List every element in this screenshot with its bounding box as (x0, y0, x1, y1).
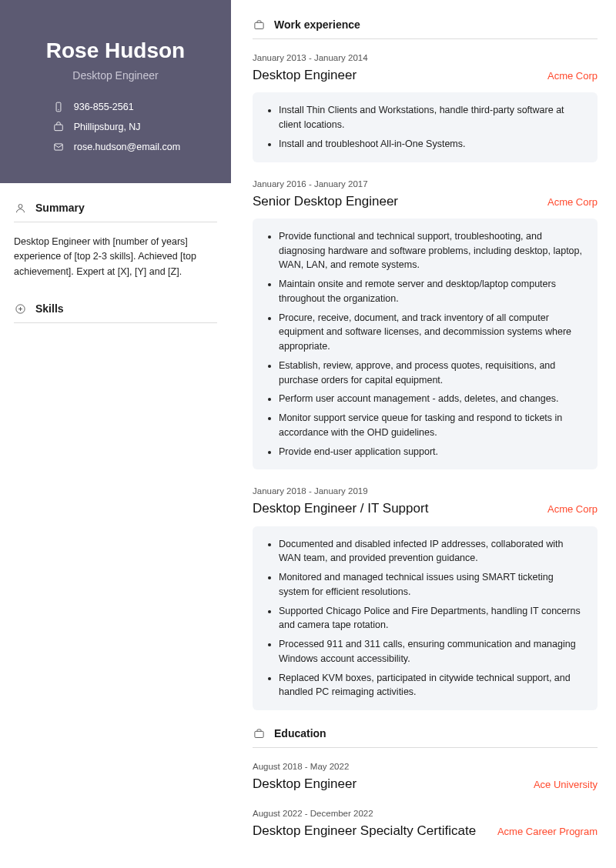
bullet-item: Install Thin Clients and Workstations, h… (279, 103, 585, 132)
resume-page: Rose Hudson Desktop Engineer 936-855-256… (0, 0, 616, 868)
contact-location-text: Phillipsburg, NJ (74, 122, 141, 132)
svg-rect-8 (254, 22, 263, 28)
svg-rect-9 (254, 731, 263, 737)
contact-phone: 936-855-2561 (51, 102, 180, 112)
contact-phone-text: 936-855-2561 (74, 102, 134, 112)
sidebar-header: Rose Hudson Desktop Engineer 936-855-256… (0, 0, 231, 183)
svg-rect-0 (56, 102, 61, 112)
entry-title: Senior Desktop Engineer (253, 193, 398, 209)
contact-location: Phillipsburg, NJ (51, 122, 180, 132)
briefcase-icon (253, 18, 265, 31)
entry-org: Acme Corp (547, 196, 598, 208)
entry-org: Ace University (534, 779, 598, 790)
bullet-list: Provide functional and technical support… (253, 219, 598, 470)
phone-icon (51, 102, 66, 112)
contact-email-text: rose.hudson@email.com (74, 142, 180, 152)
entry-header: Desktop Engineer / IT SupportAcme Corp (253, 500, 598, 516)
plus-icon (14, 302, 26, 315)
bullet-item: Processed 911 and 311 calls, ensuring co… (279, 637, 585, 666)
contact-email: rose.hudson@email.com (51, 142, 180, 152)
bullet-item: Perform user account management - adds, … (279, 392, 585, 406)
work-heading-text: Work experience (274, 18, 360, 31)
education-entries: August 2018 - May 2022Desktop EngineerAc… (253, 762, 598, 840)
bullet-item: Procure, receive, document, and track in… (279, 311, 585, 354)
person-name: Rose Hudson (15, 38, 216, 63)
bullet-item: Install and troubleshoot All-in-One Syst… (279, 137, 585, 152)
svg-point-4 (18, 204, 22, 208)
education-heading: Education (253, 727, 598, 748)
work-heading: Work experience (253, 18, 598, 39)
summary-heading: Summary (14, 202, 217, 222)
date-range: August 2018 - May 2022 (253, 762, 598, 771)
bullet-list: Install Thin Clients and Workstations, h… (253, 92, 598, 162)
entry-org: Acme Corp (547, 503, 598, 515)
location-icon (51, 122, 66, 132)
person-title: Desktop Engineer (15, 69, 216, 82)
bullet-item: Supported Chicago Police and Fire Depart… (279, 604, 585, 633)
entry: January 2018 - January 2019Desktop Engin… (253, 486, 598, 710)
date-range: August 2022 - December 2022 (253, 809, 598, 818)
bullet-item: Maintain onsite and remote server and de… (279, 277, 585, 306)
bullet-item: Monitor support service queue for taskin… (279, 411, 585, 440)
bullet-list: Documented and disabled infected IP addr… (253, 526, 598, 711)
email-icon (51, 142, 66, 152)
summary-text: Desktop Engineer with [number of years] … (14, 235, 217, 279)
bullet-item: Establish, review, approve, and process … (279, 359, 585, 388)
date-range: January 2016 - January 2017 (253, 179, 598, 189)
bullet-item: Replaced KVM boxes, participated in city… (279, 671, 585, 700)
entry-header: Senior Desktop EngineerAcme Corp (253, 193, 598, 209)
sidebar: Rose Hudson Desktop Engineer 936-855-256… (0, 0, 231, 868)
entry-header: Desktop EngineerAce University (253, 776, 598, 792)
work-entries: January 2013 - January 2014Desktop Engin… (253, 53, 598, 710)
entry-title: Desktop Engineer / IT Support (253, 500, 428, 516)
entry-header: Desktop EngineerAcme Corp (253, 67, 598, 83)
person-icon (14, 202, 26, 214)
entry: January 2013 - January 2014Desktop Engin… (253, 53, 598, 162)
svg-rect-3 (55, 144, 63, 150)
entry-title: Desktop Engineer Specialty Certificate (253, 823, 476, 839)
summary-heading-text: Summary (35, 202, 85, 214)
bullet-item: Provide functional and technical support… (279, 229, 585, 272)
contact-list: 936-855-2561 Phillipsburg, NJ rose.hudso… (51, 102, 180, 152)
bullet-item: Documented and disabled infected IP addr… (279, 537, 585, 566)
briefcase-icon (253, 727, 265, 739)
entry: August 2022 - December 2022Desktop Engin… (253, 809, 598, 839)
entry-title: Desktop Engineer (253, 776, 357, 792)
svg-rect-2 (55, 125, 63, 131)
main-column: Work experience January 2013 - January 2… (231, 0, 616, 868)
skills-heading-text: Skills (35, 302, 64, 315)
bullet-item: Monitored and managed technical issues u… (279, 570, 585, 599)
entry-header: Desktop Engineer Specialty CertificateAc… (253, 823, 598, 839)
entry-title: Desktop Engineer (253, 67, 357, 83)
entry-org: Acme Career Program (497, 826, 598, 837)
entry: August 2018 - May 2022Desktop EngineerAc… (253, 762, 598, 792)
skills-heading: Skills (14, 302, 217, 323)
entry: January 2016 - January 2017Senior Deskto… (253, 179, 598, 470)
education-heading-text: Education (274, 727, 326, 739)
bullet-item: Provide end-user application support. (279, 445, 585, 459)
date-range: January 2013 - January 2014 (253, 53, 598, 62)
entry-org: Acme Corp (547, 70, 598, 82)
sidebar-body: Summary Desktop Engineer with [number of… (0, 183, 231, 351)
date-range: January 2018 - January 2019 (253, 486, 598, 496)
